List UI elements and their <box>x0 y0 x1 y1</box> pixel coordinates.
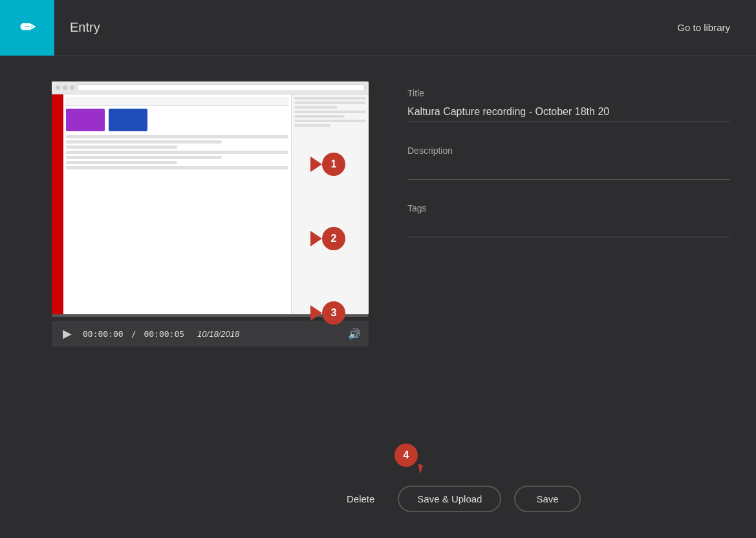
delete-button[interactable]: Delete <box>336 488 385 510</box>
badge-2-arrow <box>310 231 322 246</box>
time-separator: / <box>131 329 136 339</box>
badge-2-container: 2 <box>310 227 345 250</box>
recording-date: 10/18/2018 <box>197 329 239 339</box>
app-header: ✏ Entry Go to library <box>0 0 756 56</box>
page-title: Entry <box>70 20 677 35</box>
tags-field-group: Tags <box>407 203 730 237</box>
description-input[interactable] <box>407 161 730 180</box>
tags-input[interactable] <box>407 219 730 237</box>
play-button[interactable]: ▶ <box>59 326 75 341</box>
badge-1: 1 <box>322 153 345 176</box>
title-input[interactable] <box>407 103 730 122</box>
main-content: ▶ 00:00:00 / 00:00:05 10/18/2018 🔊 Title… <box>0 56 756 538</box>
title-field-group: Title <box>407 88 730 122</box>
video-preview[interactable] <box>52 81 369 314</box>
tags-label: Tags <box>407 203 730 213</box>
badge-1-container: 1 <box>310 153 345 176</box>
title-label: Title <box>407 88 730 98</box>
video-controls: ▶ 00:00:00 / 00:00:05 10/18/2018 🔊 <box>52 321 369 347</box>
screenshot-header <box>52 81 369 94</box>
badge-1-arrow <box>310 156 322 172</box>
save-upload-button[interactable]: Save & Upload <box>398 486 501 512</box>
badge-4: 4 <box>394 444 418 467</box>
screenshot-sidebar <box>52 94 63 314</box>
time-total: 00:00:05 <box>144 329 184 339</box>
badge-4-container: 4 <box>394 444 418 467</box>
right-panel: Title Description Tags <box>407 81 730 538</box>
save-button[interactable]: Save <box>514 486 580 512</box>
volume-icon[interactable]: 🔊 <box>348 328 361 340</box>
bottom-actions: Delete Save & Upload Save <box>336 486 581 512</box>
app-logo: ✏ <box>0 0 54 56</box>
description-label: Description <box>407 145 730 156</box>
screenshot-body <box>52 94 369 314</box>
badge-3-container: 3 <box>310 301 345 325</box>
badge-3-arrow <box>310 305 322 321</box>
screenshot-main <box>63 94 291 314</box>
go-to-library-link[interactable]: Go to library <box>677 22 730 33</box>
badge-2: 2 <box>322 227 345 250</box>
pencil-icon: ✏ <box>20 17 35 38</box>
description-field-group: Description <box>407 145 730 180</box>
time-current: 00:00:00 <box>83 329 124 339</box>
badge-3: 3 <box>322 301 345 325</box>
screenshot-right-panel <box>291 94 369 314</box>
video-screenshot <box>52 81 369 314</box>
